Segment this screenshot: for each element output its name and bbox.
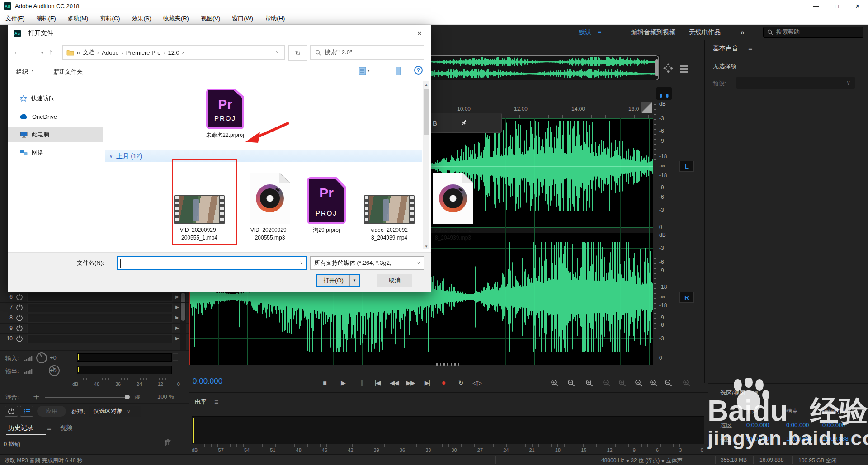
up-arrow-icon[interactable]: ↑ (49, 48, 52, 56)
power-icon[interactable] (16, 294, 23, 300)
rack-effect-slot[interactable] (27, 303, 173, 312)
fast-forward-button[interactable]: ▶▶ (404, 378, 417, 388)
right-arrow-icon[interactable]: ▶ (175, 294, 179, 299)
right-arrow-icon[interactable]: ▶ (175, 325, 179, 330)
breadcrumb-chevron-icon[interactable]: ∨ (276, 50, 279, 54)
workspace-overflow-icon[interactable]: » (741, 28, 745, 37)
power-icon[interactable] (16, 325, 23, 331)
rack-effect-slot[interactable] (27, 334, 173, 343)
minimize-button[interactable]: — (806, 0, 826, 12)
undo-count[interactable]: 0 撤销 (4, 440, 20, 448)
breadcrumb-item-0[interactable]: « (77, 49, 80, 56)
zoom-in-right-icon[interactable] (647, 378, 659, 387)
pause-button[interactable]: ∥ (355, 378, 368, 388)
menu-item-2[interactable]: 多轨(M) (68, 14, 89, 23)
menu-item-3[interactable]: 剪辑(C) (100, 14, 120, 23)
tab-history[interactable]: 历史记录 (8, 424, 33, 432)
apply-button[interactable]: 应用 (37, 406, 66, 417)
pin-icon[interactable] (460, 119, 467, 127)
menu-item-6[interactable]: 视图(V) (201, 14, 220, 23)
file-tile-3[interactable]: video_20200928_204939.mp4 (360, 171, 419, 242)
play-button[interactable]: ▶ (336, 378, 350, 388)
breadcrumb-item-2[interactable]: Adobe (102, 49, 119, 56)
pan-navigate-icon[interactable] (662, 62, 674, 74)
rack-list-button[interactable] (20, 406, 33, 417)
filename-input[interactable]: ∨ (117, 256, 307, 270)
rack-effect-slot[interactable] (27, 324, 173, 333)
panel-menu-icon[interactable]: ≡ (47, 424, 51, 432)
monitor-headphone-badge[interactable] (656, 87, 672, 100)
workspace-tab-edit-audio-video[interactable]: 编辑音频到视频 (631, 28, 675, 37)
file-type-dropdown[interactable]: 所有支持的媒体 (*.264, *.3g2, ∨ (310, 256, 424, 270)
organize-button[interactable]: 组织 (16, 68, 28, 76)
breadcrumb-item-1[interactable]: 文档 (83, 48, 94, 56)
power-icon[interactable] (16, 335, 23, 342)
cancel-button[interactable]: 取消 (377, 274, 412, 287)
breadcrumb-item-4[interactable]: 12.0 (168, 49, 179, 56)
zoom-reset-icon[interactable] (616, 378, 628, 387)
sidebar-item-OneDrive[interactable]: OneDrive (8, 109, 103, 124)
zoom-out-time-icon[interactable] (565, 378, 577, 387)
menu-item-7[interactable]: 窗口(W) (232, 14, 253, 23)
open-split-caret-icon[interactable]: ▼ (349, 275, 359, 286)
mix-slider-handle[interactable] (125, 395, 130, 399)
trash-icon[interactable] (165, 439, 171, 446)
playhead-time[interactable]: 0:00.000 (193, 377, 222, 386)
right-channel-badge[interactable]: R (679, 292, 694, 303)
power-icon[interactable] (16, 315, 23, 321)
power-icon[interactable] (16, 304, 23, 310)
input-gain-knob[interactable] (36, 352, 47, 363)
menu-item-5[interactable]: 收藏夹(R) (163, 14, 189, 23)
scroll-down-icon[interactable]: ▼ (423, 243, 429, 249)
panel-menu-icon[interactable]: ≡ (214, 398, 218, 406)
preview-pane-icon[interactable] (392, 67, 401, 75)
zoom-full-icon[interactable] (680, 378, 692, 387)
sidebar-item-此电脑[interactable]: 此电脑 (8, 127, 103, 142)
menu-item-8[interactable]: 帮助(H) (265, 14, 285, 23)
menu-item-4[interactable]: 效果(S) (132, 14, 151, 23)
zoom-selection-icon[interactable] (662, 378, 674, 387)
file-tile-4[interactable]: video_20200928_204939.mp3 (424, 171, 482, 242)
skip-start-button[interactable]: |◀ (371, 378, 384, 388)
file-tile-1[interactable]: VID_20200929_200555.mp3 (241, 171, 299, 242)
help-icon[interactable]: ? (414, 66, 423, 75)
workspace-menu-icon[interactable]: ≡ (598, 28, 601, 36)
zoom-in-time-icon[interactable] (548, 378, 560, 387)
right-arrow-icon[interactable]: ▶ (175, 305, 179, 310)
menu-item-0[interactable]: 文件(F) (5, 14, 25, 23)
open-button[interactable]: 打开(O) ▼ (316, 274, 360, 287)
scrollbar-thumb[interactable] (424, 89, 429, 135)
left-channel-badge[interactable]: L (679, 161, 694, 172)
view-mode-icon[interactable] (359, 67, 370, 75)
workspace-tab-default[interactable]: 默认 (579, 28, 591, 37)
maximize-button[interactable]: □ (826, 0, 847, 12)
tab-video[interactable]: 视频 (60, 424, 72, 432)
zoom-to-selection-icon[interactable] (583, 378, 595, 387)
zoom-out-selection-icon[interactable] (600, 378, 612, 387)
loop-playback-button[interactable]: ↻ (454, 378, 467, 388)
close-button[interactable]: × (847, 0, 868, 12)
menu-item-1[interactable]: 编辑(E) (37, 14, 56, 23)
horizontal-scroll-handle[interactable] (436, 363, 460, 366)
layers-menu-icon[interactable] (678, 62, 690, 74)
breadcrumb-item-3[interactable]: Premiere Pro (126, 49, 161, 56)
workspace-tab-radio[interactable]: 无线电作品 (689, 28, 721, 37)
file-tile-2[interactable]: PrPROJ淘29.prproj (297, 171, 356, 234)
corner-resize-icon[interactable] (641, 102, 652, 113)
mix-slider-track[interactable] (45, 397, 127, 398)
panel-menu-icon[interactable]: ≡ (748, 44, 752, 52)
overview-range-handle[interactable] (655, 59, 658, 76)
preset-dropdown[interactable]: ∨ (736, 77, 855, 89)
stop-button[interactable]: ■ (318, 378, 331, 388)
refresh-button[interactable]: ↻ (288, 45, 307, 61)
dialog-close-button[interactable]: × (412, 28, 427, 39)
record-button[interactable]: ● (437, 378, 450, 388)
new-folder-button[interactable]: 新建文件夹 (53, 68, 83, 76)
skip-end-button[interactable]: ▶| (420, 378, 434, 388)
right-arrow-icon[interactable]: ▶ (175, 336, 179, 341)
rewind-button[interactable]: ◀◀ (387, 378, 401, 388)
zoom-in-left-icon[interactable] (632, 378, 644, 387)
back-arrow-icon[interactable]: ← (14, 48, 21, 56)
rack-power-button[interactable] (5, 406, 18, 417)
rack-effect-slot[interactable] (27, 314, 173, 323)
